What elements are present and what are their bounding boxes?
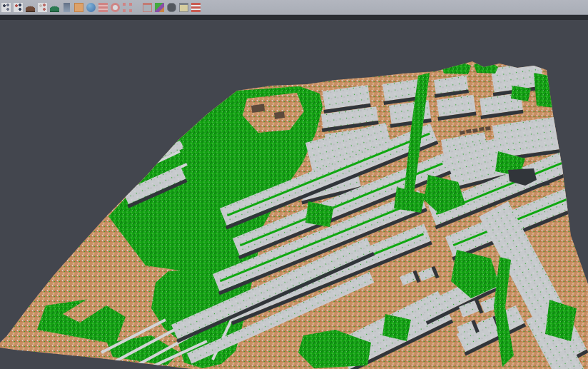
ground-extraction-icon[interactable] xyxy=(26,3,35,12)
snapshot-icon[interactable] xyxy=(143,3,152,12)
thin-points-icon[interactable] xyxy=(38,3,47,12)
points-cluster-icon[interactable] xyxy=(1,3,11,12)
crop-box-icon[interactable] xyxy=(123,3,132,12)
flag-marker-icon[interactable] xyxy=(191,3,201,12)
vegetation-extraction-icon[interactable] xyxy=(50,3,59,12)
toolbar xyxy=(0,0,588,15)
globe-3d-icon[interactable] xyxy=(86,3,96,12)
camera-view-icon[interactable] xyxy=(167,3,176,12)
grid-sheet-icon[interactable] xyxy=(179,3,188,12)
profile-lines-icon[interactable] xyxy=(98,3,108,12)
viewport-3d-scene[interactable] xyxy=(0,0,588,369)
circle-select-icon[interactable] xyxy=(111,3,120,12)
area-select-icon[interactable] xyxy=(74,3,83,12)
toolbar-separator xyxy=(135,3,143,12)
toolbar-bottom-strip xyxy=(0,15,588,20)
application-window: { "window": { "background": "#43464e" },… xyxy=(0,0,588,369)
classification-render-icon[interactable] xyxy=(155,3,164,12)
building-extraction-icon[interactable] xyxy=(64,3,70,12)
classify-points-icon[interactable] xyxy=(14,3,23,12)
